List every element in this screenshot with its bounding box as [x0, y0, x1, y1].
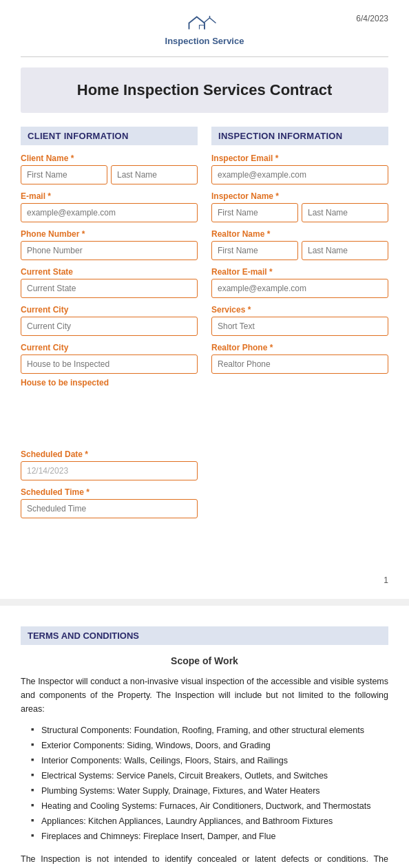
list-item: Structural Components: Foundation, Roofi…: [31, 723, 388, 738]
email-label: E-mail: [21, 191, 198, 201]
inspection-column: INSPECTION INFORMATION Inspector Email I…: [211, 127, 388, 525]
terms-intro: The Inspector will conduct a non-invasiv…: [21, 675, 388, 716]
house-group: Current City House to be inspected: [21, 343, 198, 388]
inspector-name-group: Inspector Name: [211, 191, 388, 222]
realtor-first-name-input[interactable]: [211, 241, 298, 260]
house-input[interactable]: [21, 354, 198, 374]
realtor-phone-group: Realtor Phone: [211, 343, 388, 374]
services-group: Services: [211, 305, 388, 336]
services-input[interactable]: [211, 317, 388, 336]
inspection-section-header: INSPECTION INFORMATION: [211, 127, 388, 145]
scheduled-date-label: Scheduled Date: [21, 449, 198, 459]
logo-icon: [184, 14, 225, 34]
schedule-section: Scheduled Date Scheduled Time: [21, 449, 198, 518]
logo-text: Inspection Service: [165, 36, 244, 46]
terms-list: Structural Components: Foundation, Roofi…: [21, 723, 388, 844]
scheduled-time-group: Scheduled Time: [21, 487, 198, 518]
inspector-name-row: [211, 203, 388, 222]
client-section-header: CLIENT INFORMATION: [21, 127, 198, 145]
page-1: 6/4/2023 Inspection Service Home Inspect…: [0, 0, 409, 599]
state-input[interactable]: [21, 279, 198, 298]
gap: [21, 394, 198, 436]
inspector-first-name-input[interactable]: [211, 203, 298, 222]
inspector-last-name-input[interactable]: [302, 203, 388, 222]
phone-group: Phone Number: [21, 229, 198, 260]
house-sublabel: House to be inspected: [21, 378, 198, 388]
state-label: Current State: [21, 267, 198, 277]
scheduled-date-group: Scheduled Date: [21, 449, 198, 480]
inspector-email-group: Inspector Email: [211, 154, 388, 184]
scheduled-time-label: Scheduled Time: [21, 487, 198, 497]
realtor-phone-input[interactable]: [211, 354, 388, 374]
inspector-name-label: Inspector Name: [211, 191, 388, 201]
list-item: Fireplaces and Chimneys: Fireplace Inser…: [31, 829, 388, 844]
title-box: Home Inspection Services Contract: [21, 67, 388, 113]
email-input[interactable]: [21, 203, 198, 222]
terms-footer: The Inspection is not intended to identi…: [21, 852, 388, 868]
page-2: TERMS AND CONDITIONS Scope of Work The I…: [0, 606, 409, 868]
client-name-group: Client Name: [21, 154, 198, 184]
page-title: Home Inspection Services Contract: [28, 81, 381, 99]
inspector-email-label: Inspector Email: [211, 154, 388, 163]
realtor-email-input[interactable]: [211, 279, 388, 298]
realtor-email-label: Realtor E-mail: [211, 267, 388, 277]
city-input[interactable]: [21, 317, 198, 336]
realtor-last-name-input[interactable]: [302, 241, 388, 260]
inspector-email-input[interactable]: [211, 165, 388, 184]
realtor-name-label: Realtor Name: [211, 229, 388, 239]
list-item: Interior Components: Walls, Ceilings, Fl…: [31, 753, 388, 768]
logo-area: Inspection Service: [165, 14, 244, 46]
house-field-label: Current City: [21, 343, 198, 352]
terms-header: TERMS AND CONDITIONS: [21, 626, 388, 645]
realtor-name-group: Realtor Name: [211, 229, 388, 260]
list-item: Appliances: Kitchen Appliances, Laundry …: [31, 814, 388, 829]
city-label: Current City: [21, 305, 198, 315]
list-item: Heating and Cooling Systems: Furnaces, A…: [31, 798, 388, 814]
list-item: Exterior Components: Siding, Windows, Do…: [31, 738, 388, 753]
realtor-email-group: Realtor E-mail: [211, 267, 388, 298]
client-last-name-input[interactable]: [111, 165, 198, 184]
header-divider: [21, 56, 388, 57]
scheduled-time-input[interactable]: [21, 499, 198, 518]
state-group: Current State: [21, 267, 198, 298]
client-first-name-input[interactable]: [21, 165, 107, 184]
phone-input[interactable]: [21, 241, 198, 260]
list-item: Electrical Systems: Service Panels, Circ…: [31, 768, 388, 783]
list-item: Plumbing Systems: Water Supply, Drainage…: [31, 783, 388, 798]
main-columns: CLIENT INFORMATION Client Name E-mail Ph…: [21, 127, 388, 525]
phone-label: Phone Number: [21, 229, 198, 239]
scheduled-date-input[interactable]: [21, 461, 198, 480]
realtor-name-row: [211, 241, 388, 260]
header: 6/4/2023 Inspection Service: [21, 14, 388, 46]
realtor-phone-label: Realtor Phone: [211, 343, 388, 352]
page-number: 1: [384, 575, 388, 585]
email-group: E-mail: [21, 191, 198, 222]
client-column: CLIENT INFORMATION Client Name E-mail Ph…: [21, 127, 198, 525]
date-display: 6/4/2023: [356, 14, 388, 23]
client-name-row: [21, 165, 198, 184]
scope-title: Scope of Work: [21, 655, 388, 666]
city-group: Current City: [21, 305, 198, 336]
client-name-label: Client Name: [21, 154, 198, 163]
services-label: Services: [211, 305, 388, 315]
